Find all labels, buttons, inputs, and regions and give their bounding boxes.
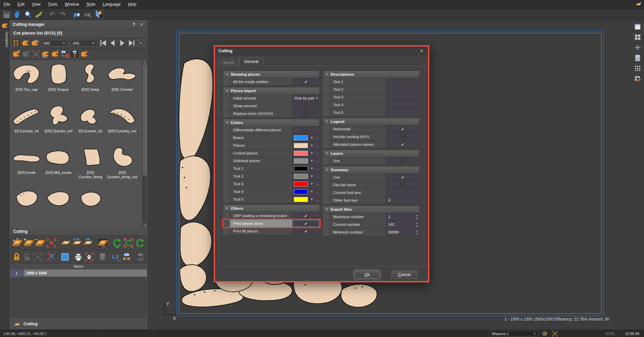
pin-icon[interactable] xyxy=(131,22,137,27)
setting-value[interactable]: ✔ xyxy=(292,220,320,227)
text-value[interactable]: X xyxy=(386,198,391,202)
checkbox[interactable]: ✔ xyxy=(400,175,406,180)
piece-card[interactable] xyxy=(74,186,106,227)
setting-value[interactable]: ▼… xyxy=(292,157,320,164)
setting-value[interactable]: ▼… xyxy=(292,165,320,172)
pieces-scrollbar[interactable]: ▲ ▼ xyxy=(142,60,147,227)
zoom-icon[interactable] xyxy=(23,10,33,19)
setting-value[interactable] xyxy=(386,86,420,93)
flat-board-send-icon[interactable] xyxy=(83,238,94,248)
spin-up-icon[interactable]: ▲ xyxy=(415,229,419,232)
setting-value[interactable]: ✔ xyxy=(386,141,420,148)
eraser-icon[interactable] xyxy=(72,10,82,19)
piece-card[interactable]: [0/0] Eyestay_ext xyxy=(106,103,138,144)
piece-card[interactable]: [0] Quarter_int xyxy=(74,103,106,144)
number-value[interactable]: 99999 xyxy=(386,230,399,234)
scroll-thumb[interactable] xyxy=(143,65,147,176)
setting-value[interactable] xyxy=(386,133,420,140)
board-delete-icon[interactable] xyxy=(46,238,57,248)
nav-last-icon[interactable] xyxy=(127,39,136,48)
checkbox[interactable]: ✔ xyxy=(304,213,309,218)
checkbox[interactable] xyxy=(304,111,309,116)
piece-add-icon[interactable]: + xyxy=(12,50,21,59)
spinner[interactable]: ▲▼ xyxy=(415,229,419,235)
numbering-icon[interactable]: 1.2… xyxy=(111,252,121,262)
chevron-down-icon[interactable]: ▼ xyxy=(310,182,313,186)
cut-icon[interactable] xyxy=(46,252,56,262)
setting-value[interactable] xyxy=(292,110,320,117)
setting-value[interactable] xyxy=(386,189,420,196)
piece-card[interactable]: [0/0] Mid_insole xyxy=(43,144,74,186)
more-options-icon[interactable]: … xyxy=(316,136,320,140)
menu-style[interactable]: Style xyxy=(83,0,99,9)
flat-board-icon[interactable] xyxy=(60,238,71,248)
scroll-up-icon[interactable]: ▲ xyxy=(143,60,147,65)
chevron-down-icon[interactable]: ▼ xyxy=(310,175,313,178)
print-icon[interactable] xyxy=(73,252,83,262)
setting-value[interactable]: ✔ xyxy=(292,212,320,219)
setting-value[interactable]: ▼… xyxy=(292,180,320,188)
nav-prev-icon[interactable] xyxy=(108,39,117,48)
color-swatch[interactable] xyxy=(294,182,308,187)
chevron-down-icon[interactable]: ▼ xyxy=(310,190,313,193)
piece-amount-icon[interactable] xyxy=(41,50,50,59)
section-header-descriptions[interactable]: ▼Descriptions xyxy=(323,71,420,78)
pan-icon[interactable] xyxy=(13,10,22,19)
recalc-selection-icon[interactable] xyxy=(123,238,134,248)
section-header-summary[interactable]: ▼Summary xyxy=(323,166,420,174)
setting-value[interactable] xyxy=(386,93,420,101)
spinner[interactable]: ▲▼ xyxy=(415,214,419,220)
machine-selection-icon[interactable] xyxy=(551,330,558,337)
checkbox[interactable]: ✔ xyxy=(400,142,406,147)
number-value[interactable]: 1 xyxy=(386,215,390,219)
piece-fill-icon[interactable] xyxy=(31,39,39,48)
nav-first-icon[interactable] xyxy=(99,39,108,48)
board-list-row[interactable]: 11000 x 1500 xyxy=(10,269,147,277)
piece-card[interactable] xyxy=(11,186,43,227)
setting-value[interactable]: 99999▲▼ xyxy=(386,228,420,236)
measure-icon[interactable] xyxy=(34,10,44,19)
piece-card[interactable]: [0/0] Quarter_lining_ext xyxy=(106,144,138,186)
menu-window[interactable]: Window xyxy=(61,0,83,9)
cancel-button[interactable]: Cancel xyxy=(391,270,417,279)
checkbox[interactable]: ✔ xyxy=(304,79,309,84)
setting-value[interactable]: ▼… xyxy=(292,134,320,141)
chevron-down-icon[interactable]: ▼ xyxy=(310,167,313,170)
board-remove-icon[interactable]: − xyxy=(35,238,45,248)
color-swatch[interactable] xyxy=(294,151,308,156)
more-options-icon[interactable]: … xyxy=(316,174,320,178)
checkbox[interactable]: ✔ xyxy=(400,127,406,132)
chevron-down-icon[interactable]: ▼ xyxy=(310,144,313,147)
setting-value[interactable]: ▼… xyxy=(292,173,320,180)
machine-select[interactable]: Máquina 1 ▼ xyxy=(489,331,538,336)
pieces-filter-select-2[interactable]: (All)▼ xyxy=(70,40,97,47)
spin-down-icon[interactable]: ▼ xyxy=(415,217,419,220)
nav-next-icon[interactable] xyxy=(118,39,126,48)
color-swatch[interactable] xyxy=(294,143,308,148)
number-value[interactable]: 142 xyxy=(386,222,394,226)
more-options-icon[interactable]: … xyxy=(316,151,320,155)
checkbox[interactable]: ✔ xyxy=(304,229,309,234)
setting-value[interactable]: ▼… xyxy=(292,149,320,157)
checkbox[interactable] xyxy=(400,183,406,188)
app-corner-icon[interactable]: + xyxy=(635,1,642,8)
print-selection-icon[interactable] xyxy=(84,252,94,262)
piece-card[interactable]: [0/0] Counter_lining xyxy=(74,144,106,186)
menu-help[interactable]: Help xyxy=(124,0,140,9)
spinner[interactable]: ▲▼ xyxy=(415,221,419,227)
section-header-showing-pieces[interactable]: ▼Showing pieces xyxy=(223,71,320,78)
setting-value[interactable] xyxy=(386,101,420,109)
spin-up-icon[interactable]: ▲ xyxy=(415,214,419,217)
nesting-grid-icon[interactable] xyxy=(634,33,642,41)
piece-delete-icon[interactable]: ✕ xyxy=(80,50,89,59)
menu-tools[interactable]: Tools xyxy=(44,0,61,9)
piece-card[interactable]: [0/0] Tongue xyxy=(43,61,74,103)
section-header-layers[interactable]: ▼Layers xyxy=(323,150,420,157)
more-options-icon[interactable]: … xyxy=(316,190,320,194)
setting-value[interactable] xyxy=(386,109,420,116)
piece-card[interactable]: [0/0] Counter xyxy=(106,61,138,103)
setting-value[interactable]: X xyxy=(386,197,420,204)
section-header-legend[interactable]: ▼Legend xyxy=(323,118,420,125)
machine-config-icon[interactable] xyxy=(541,330,548,337)
board-load-icon[interactable] xyxy=(12,238,22,248)
